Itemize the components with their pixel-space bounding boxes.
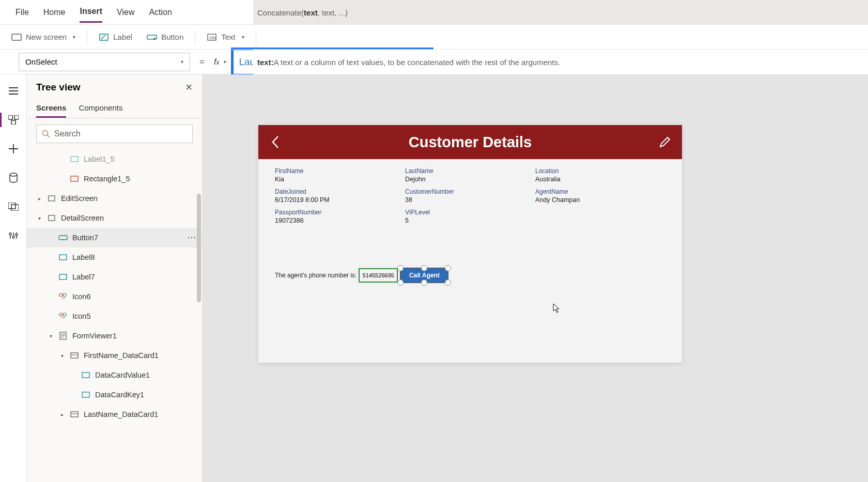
sig-post: , text, ...) [318,8,348,17]
chevron-down-icon: ▾ [73,34,75,40]
tree-item-datacardkey1[interactable]: DataCardKey1 [27,385,202,405]
tab-screens[interactable]: Screens [36,99,66,118]
resize-handle[interactable] [397,265,404,271]
new-screen-label: New screen [26,33,67,41]
search-input[interactable]: Search [36,125,193,143]
svg-point-26 [63,313,66,316]
button-button[interactable]: Button [141,29,190,44]
formula-param-description: text: A text or a column of text values,… [253,50,868,74]
call-agent-label: Call Agent [409,272,440,279]
hamburger-icon[interactable] [7,85,20,97]
property-name: OnSelect [25,57,57,66]
resize-handle[interactable] [421,265,427,271]
resize-handle[interactable] [445,279,451,286]
tree-item-label: EditScreen [61,194,98,203]
tree-item-datacardvalue1[interactable]: DataCardValue1 [27,365,202,385]
tree-item-label: LastName_DataCard1 [84,410,158,418]
edit-icon[interactable] [657,134,673,150]
icon-icon [58,292,68,301]
svg-rect-0 [12,34,21,40]
svg-point-3 [153,38,156,40]
chevron-down-icon: ▾ [181,59,183,65]
tree-item-editscreen[interactable]: ▸ EditScreen [27,189,202,208]
field-value: 38 [405,196,535,204]
field-label: PassportNumber [275,209,405,216]
label-label: Label [113,33,132,41]
search-placeholder: Search [54,129,81,138]
media-icon[interactable] [7,200,20,213]
field-firstname: FirstNameKia [275,167,405,183]
left-rail [0,74,27,482]
svg-point-9 [10,173,17,176]
close-icon[interactable]: ✕ [185,82,193,93]
body: Tree view ✕ Screens Components Search La… [0,74,868,482]
tree-item-icon6[interactable]: Icon6 [27,287,202,306]
tree-item-rectangle1-5[interactable]: Rectangle1_5 [27,169,202,189]
resize-handle[interactable] [445,265,451,271]
insert-icon[interactable] [7,143,20,155]
tree-item-label: Icon5 [72,312,90,320]
settings-icon[interactable] [7,229,20,242]
tree-item-label7[interactable]: Label7 [27,267,202,287]
screen-icon [47,194,57,203]
svg-point-24 [63,293,66,297]
tree-item-detailscreen[interactable]: ▾ DetailScreen [27,208,202,228]
tree-item-label8[interactable]: Label8 [27,247,202,267]
menu-insert[interactable]: Insert [80,2,102,23]
tree-item-formviewer1[interactable]: ▾ FormViewer1 [27,326,202,346]
app-header: Customer Details [258,125,682,159]
property-selector[interactable]: OnSelect ▾ [19,53,190,71]
field-value: 19072386 [275,217,405,224]
tree-item-label: DataCardValue1 [95,371,150,379]
field-label: Location [535,167,665,175]
resize-handle[interactable] [397,279,404,286]
datacard-icon [69,410,80,418]
label-icon [58,273,68,281]
tree-item-label: Rectangle1_5 [84,175,130,183]
menu-file[interactable]: File [16,3,29,22]
svg-point-14 [16,234,18,236]
svg-rect-11 [11,205,19,211]
tree-item-label: DataCardKey1 [95,391,144,399]
svg-point-12 [9,233,11,235]
svg-point-15 [43,131,48,136]
cursor-icon [553,303,561,314]
back-icon[interactable] [268,134,283,150]
field-vip: VIPLevel5 [405,209,535,224]
new-screen-button[interactable]: New screen ▾ [5,29,82,44]
menu-home[interactable]: Home [43,3,66,22]
icon-icon [58,312,68,320]
text-icon: Abc [207,33,217,41]
label-icon [81,391,91,399]
fx-button[interactable]: fx ▾ [214,57,226,67]
tab-components[interactable]: Components [79,99,122,118]
svg-text:Abc: Abc [209,35,216,40]
chevron-right-icon: ▸ [36,196,42,201]
field-label: LastName [405,167,535,175]
tree-item-lastname-card[interactable]: ▸ LastName_DataCard1 [27,405,202,424]
tree-panel: Tree view ✕ Screens Components Search La… [27,74,203,482]
scrollbar[interactable] [197,194,201,302]
tree-item-label: Icon6 [72,292,90,301]
call-agent-button[interactable]: Call Agent [400,268,448,283]
button-label: Button [161,33,183,41]
svg-rect-16 [71,157,78,162]
resize-handle[interactable] [421,279,427,286]
tree-view-icon[interactable] [7,114,20,126]
button-icon [147,33,157,41]
text-button[interactable]: Abc Text ▾ [200,29,251,44]
field-label: DateJoined [275,188,405,195]
more-icon[interactable]: ··· [188,234,197,242]
svg-rect-28 [71,353,78,358]
tree-item-firstname-card[interactable]: ▾ FirstName_DataCard1 [27,346,202,365]
tree-item-label1-5[interactable]: Label1_5 [27,149,202,169]
data-icon[interactable] [7,172,20,184]
tree-item-icon5[interactable]: Icon5 [27,306,202,326]
menu-action[interactable]: Action [149,3,172,22]
hint-desc: A text or a column of text values, to be… [274,58,560,67]
svg-rect-20 [59,236,67,240]
canvas[interactable]: Customer Details FirstNameKia LastNameDe… [203,74,868,482]
tree-item-button7[interactable]: Button7 ··· [27,228,202,247]
label-button[interactable]: Label [92,29,138,44]
menu-view[interactable]: View [117,3,134,22]
